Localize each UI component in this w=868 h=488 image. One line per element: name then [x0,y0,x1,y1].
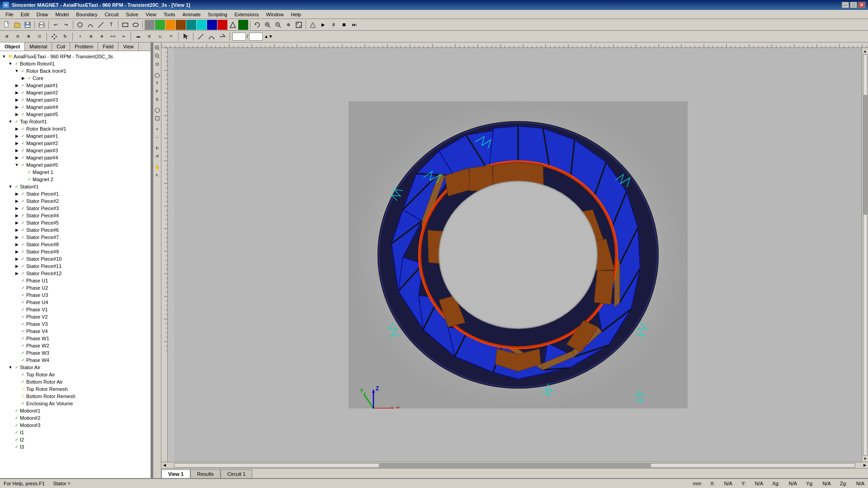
zoom-out-btn[interactable] [273,20,283,30]
menu-window[interactable]: Window [262,10,287,19]
tree-node-top-rotor-air[interactable]: ✓ Top Rotor Air [0,371,151,378]
right-scrollbar[interactable]: ▲ ▼ [862,48,868,462]
expander-stator1[interactable]: ▼ [7,183,14,190]
zoom-btn[interactable] [263,20,273,30]
color-btn-cyan[interactable] [197,20,207,30]
expander-stator-piece11[interactable]: ▶ [14,263,20,269]
tree-node-stator-piece8[interactable]: ▶ ✓ Stator Piece#8 [0,241,151,248]
tree-node-magnet1[interactable]: ✓ Magnet 1 [0,169,151,176]
tab-circuit1[interactable]: Circuit 1 [221,469,252,478]
expander-magnet-pair5[interactable]: ▶ [14,111,20,117]
select-tool[interactable] [181,32,191,42]
tab-view1[interactable]: View 1 [161,469,190,478]
tree-node-stator-piece4[interactable]: ▶ ✓ Stator Piece#4 [0,212,151,219]
tree-node-stator-piece6[interactable]: ▶ ✓ Stator Piece#6 [0,226,151,234]
tab-field[interactable]: Field [98,42,118,51]
maximize-button[interactable]: □ [850,2,857,8]
tab-view[interactable]: View [118,42,139,51]
vt-select[interactable]: ↖ [154,172,161,179]
line-tool[interactable] [96,20,106,30]
tree-node-stator-air[interactable]: ▼ ✓ Stator Air [0,364,151,371]
tree-node-motion2[interactable]: ✓ Motion#2 [0,414,151,422]
color-btn-green2[interactable] [238,20,248,30]
vt-minus[interactable]: − [154,134,161,141]
menu-scripting[interactable]: Scripting [204,10,231,19]
vscroll-down[interactable]: ▼ [862,455,868,462]
tb2-rotate-btn[interactable]: ↻ [60,32,70,42]
color-btn-gray[interactable] [145,20,155,30]
zoom-input-1[interactable]: 1 [232,33,246,41]
expander-stator-piece5[interactable]: ▶ [14,220,20,226]
menu-view[interactable]: View [142,10,160,19]
expander-magnet-pair5b[interactable]: ▼ [14,162,20,168]
tb2-axis-btn[interactable]: ⊕ [97,32,107,42]
zoom-input-2[interactable]: 2 [249,33,263,41]
tree-node-bottom-rotor-air[interactable]: ✓ Bottom Rotor Air [0,378,151,385]
vt-zoom-out[interactable] [154,52,161,60]
tb2-btn4[interactable]: ⊡ [34,32,44,42]
tb2-sub-btn[interactable]: ⊓ [166,32,176,42]
pause-btn[interactable]: ⏸ [329,20,339,30]
tb2-btn1[interactable]: ⊞ [2,32,12,42]
tab-results[interactable]: Results [190,469,221,478]
tree-node-magnet-pair3b[interactable]: ▶ ✓ Magnet pair#3 [0,147,151,154]
skip-btn[interactable]: ⏭ [349,20,359,30]
tree-node-top-rotor-remesh[interactable]: ⚠ Top Rotor Remesh [0,385,151,393]
tree-node-magnet-pair5b[interactable]: ▼ ✓ Magnet pair#5 [0,161,151,169]
expander-magnet-pair2b[interactable]: ▶ [14,140,20,146]
new-button[interactable] [2,20,12,30]
expander-stator-piece1[interactable]: ▶ [14,191,20,197]
menu-file[interactable]: File [2,10,17,19]
tb2-grid-btn[interactable]: ⊞ [86,32,96,42]
tree-node-phase-u4[interactable]: ✓ Phase U4 [0,299,151,306]
tb2-mirror-btn[interactable]: ⇔ [118,32,128,42]
vt-shade-btn[interactable] [154,107,161,114]
open-button[interactable] [12,20,22,30]
expander-stator-piece6[interactable]: ▶ [14,227,20,233]
vscroll-track[interactable] [863,54,868,455]
tree-node-bottom-rotor1[interactable]: ▼ ✓ Bottom Rotor#1 [0,60,151,67]
tb2-union-btn[interactable]: ⊔ [155,32,165,42]
vt-top[interactable]: T [154,80,161,87]
expander-stator-piece7[interactable]: ▶ [14,234,20,240]
ellipse-tool[interactable] [131,20,141,30]
save-button[interactable] [23,20,33,30]
expander-top-rotor1[interactable]: ▼ [7,118,14,125]
close-button[interactable]: ✕ [858,2,865,8]
tree-node-stator-piece7[interactable]: ▶ ✓ Stator Piece#7 [0,234,151,241]
solve-btn[interactable]: ▶ [318,20,328,30]
menu-tools[interactable]: Tools [160,10,179,19]
redo-button[interactable]: ↪ [61,20,71,30]
hscroll-track[interactable] [174,463,855,468]
expander-stator-piece2[interactable]: ▶ [14,198,20,204]
expander-magnet-pair4[interactable]: ▶ [14,104,20,110]
tb2-dist-btn[interactable]: ⊟ [144,32,154,42]
rect-tool[interactable] [120,20,130,30]
tree-node-magnet-pair3[interactable]: ▶ ✓ Magnet pair#3 [0,96,151,103]
tree-node-core[interactable]: ▶ ✓ Core [0,75,151,82]
vt-rotate-cw[interactable]: ↻ [154,145,161,152]
circle-tool[interactable] [75,20,85,30]
tree-node-rotor-back-iron2[interactable]: ▶ ✓ Rotor Back Iron#1 [0,125,151,132]
hscroll-thumb[interactable] [379,464,651,467]
tree-node-magnet-pair2b[interactable]: ▶ ✓ Magnet pair#2 [0,140,151,147]
color-btn-brown[interactable] [176,20,186,30]
vt-zoom-in[interactable] [154,44,161,52]
tb2-btn3[interactable]: ⊠ [24,32,33,42]
stop-btn[interactable]: ⏹ [339,20,349,30]
tree-node-stator-piece11[interactable]: ▶ ✓ Stator Piece#11 [0,263,151,270]
expander-stator-piece4[interactable]: ▶ [14,212,20,219]
color-btn-triangle[interactable] [228,20,238,30]
color-btn-teal[interactable] [186,20,196,30]
tree-node-magnet-pair2[interactable]: ▶ ✓ Magnet pair#2 [0,89,151,96]
tree-node-motion3[interactable]: ✓ Motion#3 [0,422,151,429]
tree-node-phase-w2[interactable]: ✓ Phase W2 [0,342,151,349]
tb2-curve-btn[interactable] [207,32,217,42]
tree-node-I1[interactable]: ✓ I1 [0,429,151,436]
tree-node-I3[interactable]: ✓ I3 [0,443,151,450]
tree-node-stator-piece1[interactable]: ▶ ✓ Stator Piece#1 [0,190,151,197]
menu-extensions[interactable]: Extensions [231,10,263,19]
tree-node-phase-w4[interactable]: ✓ Phase W4 [0,357,151,364]
expander-stator-piece9[interactable]: ▶ [14,249,20,255]
tree-node-stator-piece5[interactable]: ▶ ✓ Stator Piece#5 [0,219,151,226]
